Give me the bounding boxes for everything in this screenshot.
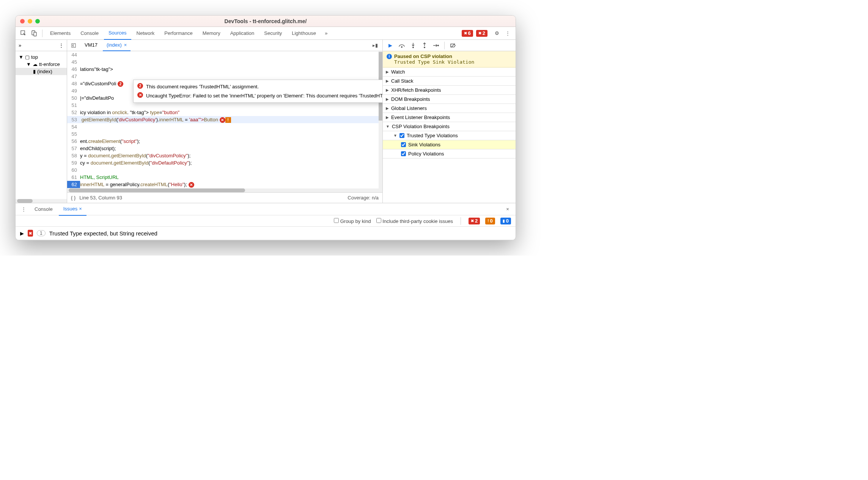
step-over-icon[interactable] <box>396 41 407 50</box>
issues-warn-badge: !0 <box>485 218 495 224</box>
tree-file-index[interactable]: ▮(index) <box>16 68 67 75</box>
inspect-icon[interactable] <box>19 28 28 38</box>
navigator-pane: » ⋮ ▼▢top ▼☁tt-enforce ▮(index) <box>16 40 67 203</box>
error-count-badge[interactable]: ✖6 <box>462 30 473 37</box>
paused-detail: Trusted Type Sink Violation <box>387 59 512 65</box>
nav-more-icon[interactable]: » <box>19 42 21 48</box>
section-csp-label: CSP Violation Breakpoints <box>392 124 450 129</box>
issue-row[interactable]: ▶ ✖ 1 Trusted Type expected, but String … <box>16 227 516 240</box>
code-v-scrollbar[interactable] <box>379 51 382 188</box>
deactivate-bp-icon[interactable] <box>448 41 458 50</box>
tab-elements[interactable]: Elements <box>46 27 75 40</box>
svg-point-7 <box>437 45 439 46</box>
section-watch-label: Watch <box>391 69 405 75</box>
code-h-scrollbar[interactable] <box>67 188 382 192</box>
source-pane: VM17 (index)× ▸▮ 444546lations"tk-tag">4… <box>67 40 383 203</box>
pretty-print-icon[interactable]: { } <box>71 195 75 201</box>
tree-file-label: (index) <box>37 69 52 74</box>
third-label: Include third-party cookie issues <box>382 218 453 224</box>
src-tab-vm17-label: VM17 <box>85 42 97 48</box>
step-out-icon[interactable] <box>419 41 430 50</box>
code-editor[interactable]: 444546lations"tk-tag">4748="divCustomPol… <box>67 51 382 188</box>
section-watch[interactable]: ▶Watch <box>383 67 516 77</box>
section-xhr[interactable]: ▶XHR/fetch Breakpoints <box>383 86 516 95</box>
svg-point-5 <box>412 47 414 48</box>
group-by-kind[interactable]: Group by kind <box>334 218 371 224</box>
tab-sources[interactable]: Sources <box>104 27 131 40</box>
issues-err-count: 2 <box>475 218 478 224</box>
nav-scrollbar[interactable] <box>16 199 67 203</box>
csp-policy-checkbox[interactable] <box>401 151 406 156</box>
close-tab-icon[interactable]: × <box>124 42 127 48</box>
cursor-pos: Line 53, Column 93 <box>79 195 122 201</box>
section-event[interactable]: ▶Event Listener Breakpoints <box>383 113 516 122</box>
main-toolbar: Elements Console Sources Network Perform… <box>16 27 516 40</box>
device-icon[interactable] <box>29 28 39 38</box>
step-into-icon[interactable] <box>408 41 418 50</box>
issues-filter-bar: Group by kind Include third-party cookie… <box>16 215 516 227</box>
tree-frame-label: tt-enforce <box>39 61 60 67</box>
tree-frame[interactable]: ▼☁tt-enforce <box>16 61 67 68</box>
section-callstack-label: Call Stack <box>391 78 414 84</box>
tab-network[interactable]: Network <box>132 27 159 40</box>
warn-count: 2 <box>483 30 485 36</box>
coverage-status: Coverage: n/a <box>348 195 379 201</box>
issue-count-chip: 1 <box>37 230 46 236</box>
src-tab-index[interactable]: (index)× <box>103 40 131 51</box>
section-dom[interactable]: ▶DOM Breakpoints <box>383 95 516 104</box>
tab-performance[interactable]: Performance <box>160 27 197 40</box>
issue-error-icon: ✖ <box>28 230 33 237</box>
drawer: ⋮ Console Issues × × Group by kind Inclu… <box>16 203 516 240</box>
resume-icon[interactable]: ▶ <box>385 41 396 50</box>
tab-memory[interactable]: Memory <box>198 27 225 40</box>
section-callstack[interactable]: ▶Call Stack <box>383 77 516 86</box>
third-checkbox[interactable] <box>376 218 381 223</box>
close-drawer-tab-icon[interactable]: × <box>79 206 82 212</box>
csp-tt-checkbox[interactable] <box>399 133 404 138</box>
drawer-kebab-icon[interactable]: ⋮ <box>19 204 28 214</box>
section-global-label: Global Listeners <box>391 105 427 111</box>
devtools-window: DevTools - tt-enforced.glitch.me/ Elemen… <box>15 15 516 240</box>
csp-policy[interactable]: Policy Violations <box>383 149 516 158</box>
issues-info-badge: ▮0 <box>500 218 511 224</box>
tree-top-label: top <box>31 54 38 60</box>
window-title: DevTools - tt-enforced.glitch.me/ <box>16 18 516 24</box>
nav-kebab-icon[interactable]: ⋮ <box>59 42 64 48</box>
paused-message: iPaused on CSP violation Trusted Type Si… <box>383 51 516 67</box>
close-drawer-icon[interactable]: × <box>503 204 513 214</box>
run-snippet-icon[interactable]: ▸▮ <box>370 41 380 50</box>
tab-security[interactable]: Security <box>259 27 286 40</box>
csp-sink[interactable]: Sink Violations <box>383 140 516 149</box>
section-dom-label: DOM Breakpoints <box>391 96 430 102</box>
info-icon: i <box>387 54 392 59</box>
section-global[interactable]: ▶Global Listeners <box>383 104 516 113</box>
tab-console[interactable]: Console <box>76 27 103 40</box>
settings-icon[interactable]: ⚙ <box>492 28 502 38</box>
kebab-icon[interactable]: ⋮ <box>503 28 513 38</box>
error-count: 6 <box>468 30 471 36</box>
tab-application[interactable]: Application <box>226 27 259 40</box>
group-label: Group by kind <box>340 218 371 224</box>
svg-rect-2 <box>34 32 36 36</box>
step-icon[interactable] <box>431 41 441 50</box>
file-icon: ▮ <box>33 69 36 74</box>
group-checkbox[interactable] <box>334 218 339 223</box>
tab-lighthouse[interactable]: Lighthouse <box>287 27 321 40</box>
issue-count-badge[interactable]: ✖2 <box>476 30 487 37</box>
more-tabs-icon[interactable]: » <box>321 28 331 38</box>
csp-trusted-type[interactable]: ▼Trusted Type Violations <box>383 131 516 140</box>
third-party-toggle[interactable]: Include third-party cookie issues <box>376 218 453 224</box>
drawer-tab-issues[interactable]: Issues × <box>59 203 86 216</box>
drawer-tabs: ⋮ Console Issues × × <box>16 203 516 215</box>
expand-icon[interactable]: ▶ <box>20 231 24 236</box>
section-csp[interactable]: ▼CSP Violation Breakpoints <box>383 122 516 131</box>
csp-sink-label: Sink Violations <box>408 142 440 147</box>
source-tabs: VM17 (index)× ▸▮ <box>67 40 382 51</box>
drawer-tab-issues-label: Issues <box>63 206 78 212</box>
drawer-tab-console[interactable]: Console <box>30 203 57 216</box>
file-tree: ▼▢top ▼☁tt-enforce ▮(index) <box>16 51 67 77</box>
src-tab-vm17[interactable]: VM17 <box>81 40 101 51</box>
tree-top[interactable]: ▼▢top <box>16 53 67 61</box>
csp-sink-checkbox[interactable] <box>401 142 406 147</box>
nav-history-icon[interactable] <box>69 41 79 50</box>
